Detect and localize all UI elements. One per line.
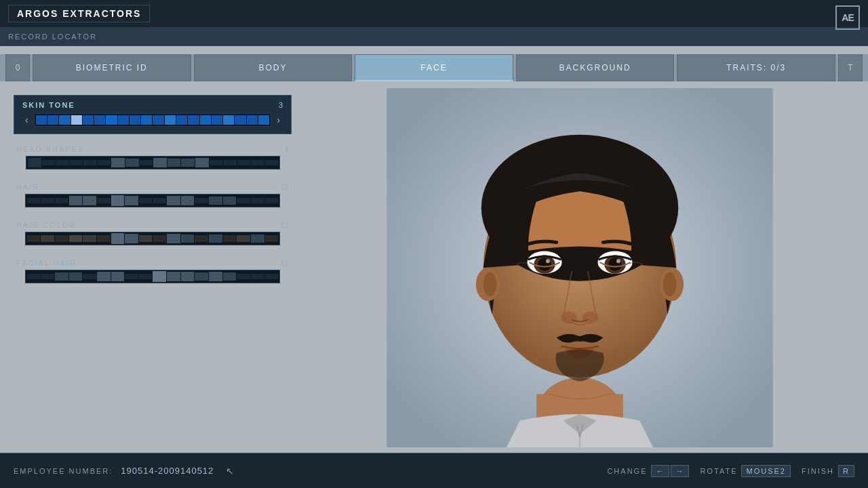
left-panel: SKIN TONE 3 ‹ — [14, 95, 292, 447]
character-face-svg — [383, 88, 776, 447]
record-locator-label: RECORD LOCATOR — [8, 33, 97, 41]
head-shapes-slider[interactable] — [26, 156, 280, 169]
facial-hair-prev[interactable]: ‹ — [14, 270, 22, 283]
bottom-right-actions: CHANGE ← → ROTATE MOUSE2 FINISH R — [607, 465, 854, 477]
hair-color-section: HAIR COLOR 11 ‹ — [14, 218, 292, 248]
change-action: CHANGE ← → — [607, 465, 689, 477]
head-shapes-slider-row: › — [14, 156, 292, 169]
hair-label: HAIR — [16, 183, 39, 191]
record-bar: RECORD LOCATOR — [0, 27, 868, 46]
change-keys: ← → — [651, 465, 689, 477]
skin-tone-slider[interactable] — [34, 113, 272, 127]
facial-hair-next[interactable]: › — [283, 270, 292, 283]
skin-tone-segments — [35, 115, 271, 125]
skin-tone-header: SKIN TONE 3 — [22, 101, 283, 109]
facial-hair-slider-row: ‹ — [14, 270, 292, 283]
portrait-area — [292, 88, 868, 447]
hair-segments — [26, 197, 280, 205]
head-shapes-section: HEAD SHAPES 1 — [14, 142, 292, 172]
key-left[interactable]: ← — [651, 465, 669, 477]
svg-point-7 — [484, 272, 497, 296]
finish-label: FINISH — [802, 467, 834, 475]
skin-tone-prev[interactable]: ‹ — [22, 113, 31, 127]
facial-hair-value: 13 — [281, 259, 289, 267]
key-mouse2[interactable]: MOUSE2 — [741, 465, 790, 477]
hair-color-header: HAIR COLOR 11 — [14, 221, 292, 229]
facial-hair-slider[interactable] — [25, 270, 281, 283]
hair-color-segments — [26, 235, 280, 243]
head-shapes-next[interactable]: › — [283, 156, 292, 169]
facial-hair-label: FACIAL HAIR — [16, 259, 77, 267]
hair-color-slider[interactable] — [25, 232, 281, 245]
rotate-label: ROTATE — [700, 467, 737, 475]
facial-hair-segments — [26, 272, 280, 281]
ae-logo: AE — [835, 5, 860, 30]
key-right[interactable]: → — [671, 465, 689, 477]
tab-biometric-id[interactable]: BIOMETRIC ID — [33, 54, 191, 81]
finish-action: FINISH R — [802, 465, 854, 477]
hair-slider[interactable] — [25, 194, 281, 207]
hair-color-slider-row: ‹ — [14, 232, 292, 245]
employee-number: 190514-2009140512 — [121, 466, 214, 476]
skin-tone-slider-row: ‹ — [22, 113, 283, 127]
facial-hair-header: FACIAL HAIR 13 — [14, 259, 292, 267]
tab-t[interactable]: T — [838, 54, 863, 81]
svg-point-19 — [583, 312, 599, 324]
tab-background[interactable]: BACKGROUND — [516, 54, 675, 81]
facial-hair-section: FACIAL HAIR 13 ‹ — [14, 256, 292, 286]
skin-tone-section: SKIN TONE 3 ‹ — [14, 95, 292, 134]
tab-face[interactable]: FACE — [355, 54, 513, 81]
character-portrait — [383, 88, 776, 447]
head-shapes-segments — [26, 159, 279, 167]
svg-point-13 — [546, 259, 550, 263]
top-bar: ARGOS EXTRACTORS AE RECORD LOCATOR — [0, 0, 868, 54]
hair-next[interactable]: › — [283, 194, 292, 207]
rotate-action: ROTATE MOUSE2 — [700, 465, 790, 477]
tab-traits[interactable]: TRAITS: 0/3 — [677, 54, 835, 81]
head-shapes-label: HEAD SHAPES — [16, 145, 84, 153]
skin-tone-value: 3 — [279, 101, 283, 109]
svg-point-18 — [561, 312, 578, 324]
cursor-indicator: ↖ — [226, 466, 234, 476]
employee-label: EMPLOYEE NUMBER: — [14, 467, 113, 475]
bottom-bar: EMPLOYEE NUMBER: 190514-2009140512 ↖ CHA… — [0, 453, 868, 488]
nav-tabs: 0 BIOMETRIC ID BODY FACE BACKGROUND TRAI… — [0, 54, 868, 81]
hair-value: 18 — [281, 183, 289, 191]
skin-tone-label: SKIN TONE — [22, 101, 75, 109]
tab-zero[interactable]: 0 — [5, 54, 30, 81]
key-r[interactable]: R — [838, 465, 854, 477]
head-shapes-header: HEAD SHAPES 1 — [14, 145, 292, 153]
change-label: CHANGE — [607, 467, 647, 475]
title-bar: ARGOS EXTRACTORS AE — [0, 0, 868, 27]
hair-color-label: HAIR COLOR — [16, 221, 76, 229]
skin-tone-next[interactable]: › — [274, 113, 283, 127]
hair-header: HAIR 18 — [14, 183, 292, 191]
svg-point-9 — [663, 272, 677, 296]
hair-prev[interactable]: ‹ — [14, 194, 22, 207]
company-title: ARGOS EXTRACTORS — [8, 5, 150, 22]
hair-color-prev[interactable]: ‹ — [14, 232, 22, 245]
hair-slider-row: ‹ — [14, 194, 292, 207]
hair-color-next[interactable]: › — [283, 232, 292, 245]
hair-section: HAIR 18 ‹ — [14, 180, 292, 210]
svg-point-17 — [616, 259, 620, 263]
head-shapes-value: 1 — [285, 145, 289, 153]
hair-color-value: 11 — [281, 221, 289, 229]
tab-body[interactable]: BODY — [194, 54, 353, 81]
